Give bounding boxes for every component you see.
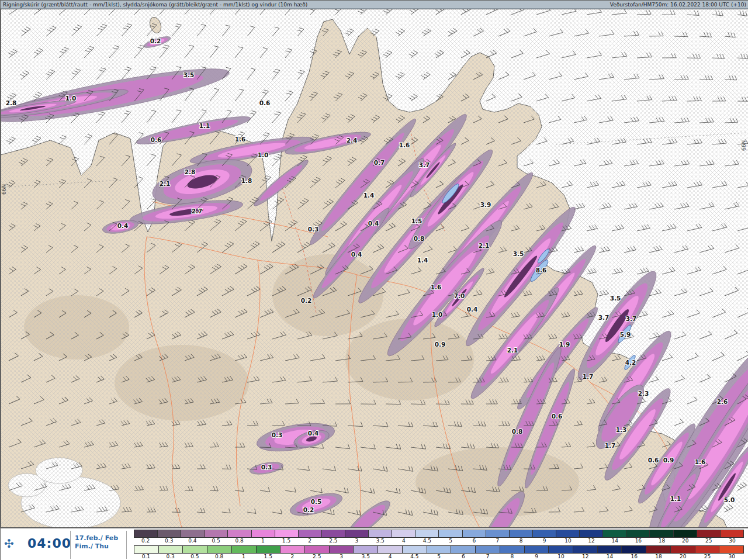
precip-value-label: 0.4 [308, 430, 319, 437]
legend-value: 25 [697, 538, 721, 544]
precip-value-label: 0.3 [308, 226, 319, 233]
precip-value-label: 2.3 [638, 390, 649, 397]
precip-value-label: 1.7 [583, 373, 594, 380]
legend-value: 0.3 [157, 538, 181, 544]
precip-value-label: 0.6 [648, 457, 659, 464]
legend-swatch [354, 546, 378, 553]
legend-value: 16 [626, 538, 650, 544]
legend-swatch [671, 546, 695, 553]
latitude-label: 66N [1, 184, 7, 195]
legend-swatch [697, 530, 721, 537]
legend-swatch [695, 546, 720, 553]
legend-value: 2 [298, 538, 321, 544]
legend-value: 0.3 [158, 554, 183, 560]
legend-swatch [232, 546, 257, 553]
precip-value-label: 1.4 [417, 257, 428, 264]
precip-value-label: 3.5 [513, 250, 524, 257]
legend-swatch [280, 546, 305, 553]
legend-value: 16 [622, 554, 646, 560]
precip-value-label: 1.0 [432, 311, 443, 318]
precip-value-label: 7.0 [454, 292, 465, 299]
precip-value-label: 2.1 [507, 347, 518, 354]
legend-swatch [299, 530, 322, 537]
legend-swatch [439, 530, 462, 537]
precip-value-label: 0.9 [435, 341, 446, 348]
legend-value: 4 [392, 538, 415, 544]
precip-value-label: 4.2 [625, 359, 636, 366]
legend-swatch [183, 546, 207, 553]
legend-swatch [159, 546, 183, 553]
legend-value: 0.8 [207, 554, 231, 560]
precip-value-label: 0.4 [467, 306, 478, 313]
precip-value-label: 1.6 [695, 458, 706, 465]
precip-value-label: 5.0 [724, 496, 735, 503]
legend-swatch [500, 546, 525, 553]
legend-swatch [158, 530, 181, 537]
precip-value-label: 2.1 [160, 180, 171, 187]
precip-value-label: 1.0 [258, 151, 269, 158]
legend-swatch [598, 546, 622, 553]
precip-value-label: 0.7 [374, 159, 385, 166]
precip-value-label: 0.2 [150, 37, 161, 44]
precip-value-label: 0.4 [117, 222, 129, 229]
legend-value: 3 [329, 554, 354, 560]
precip-value-label: 1.6 [431, 284, 442, 291]
precip-value-label: 3.7 [626, 315, 637, 322]
legend-swatch [533, 530, 556, 537]
legend-value: 30 [719, 554, 744, 560]
legend-value: 1 [231, 554, 256, 560]
sleet-scale-swatches [134, 530, 744, 538]
sleet-scale-values: 0.20.30.40.50.811.522.533.544.5567891012… [134, 538, 744, 544]
legend-swatch [650, 530, 673, 537]
legend-value: 18 [650, 538, 673, 544]
legend-value: 20 [671, 554, 695, 560]
precip-value-label: 2.8 [6, 99, 17, 106]
legend-swatch [451, 546, 476, 553]
precip-value-label: 0.4 [351, 251, 362, 258]
precip-value-label: 3.5 [610, 295, 621, 302]
legend-value: 0.2 [134, 538, 157, 544]
legend-swatch [305, 546, 330, 553]
precip-value-label: 2.4 [347, 137, 358, 144]
legend-swatch [719, 546, 743, 553]
legend-value: 4 [378, 554, 403, 560]
legend-value: 10 [549, 554, 573, 560]
precip-value-label: 1.7 [605, 442, 616, 449]
legend-swatch [134, 546, 159, 553]
precip-value-label: 0.4 [368, 220, 379, 227]
rain-scale-swatches [134, 545, 744, 554]
legend-value: 1 [251, 538, 275, 544]
date-line-2: Fim./ Thu [75, 542, 118, 551]
forecast-date: 17.feb./ Feb Fim./ Thu [75, 534, 118, 551]
legend-swatch [510, 530, 533, 537]
legend-value: 2.5 [304, 554, 329, 560]
legend-swatch [345, 530, 369, 537]
legend-swatch [378, 546, 403, 553]
legend-value: 0.1 [134, 554, 158, 560]
precip-value-label: 3.7 [598, 314, 610, 321]
legend-value: 12 [573, 554, 598, 560]
sleet-snow-scale: 0.20.30.40.50.811.522.533.544.5567891012… [134, 530, 744, 544]
divider [70, 531, 71, 559]
precip-value-label: 0.5 [311, 498, 322, 505]
legend-swatch [646, 546, 671, 553]
legend-value: 0.8 [228, 538, 251, 544]
precip-value-label: 0.3 [272, 431, 283, 438]
rain-scale-values: 0.10.30.50.811.522.533.544.5567891012141… [134, 554, 744, 560]
precip-value-label: 0.2 [303, 506, 314, 513]
forecast-time: 04:00 [27, 536, 71, 551]
legend-value: 6 [451, 554, 476, 560]
legend-swatch [403, 546, 427, 553]
weather-app-window: Rigning/skúrir (grænt/blátt/rautt - mm/1… [0, 0, 748, 560]
legend-swatch [427, 546, 452, 553]
time-panel: ✣ 04:00 17.feb./ Feb Fim./ Thu [1, 528, 133, 560]
legend-value: 4.5 [415, 538, 439, 544]
header-bar: Rigning/skúrir (grænt/blátt/rautt - mm/1… [1, 1, 748, 9]
legend-value: 9 [533, 538, 556, 544]
precip-value-label: 1.5 [411, 217, 423, 224]
legend-value: 30 [721, 538, 744, 544]
precip-value-label: 0.8 [512, 428, 523, 435]
precipitation-legend: 0.20.30.40.50.811.522.533.544.5567891012… [134, 530, 744, 560]
precip-value-label: 1.4 [363, 192, 375, 199]
legend-value: 8 [500, 554, 524, 560]
